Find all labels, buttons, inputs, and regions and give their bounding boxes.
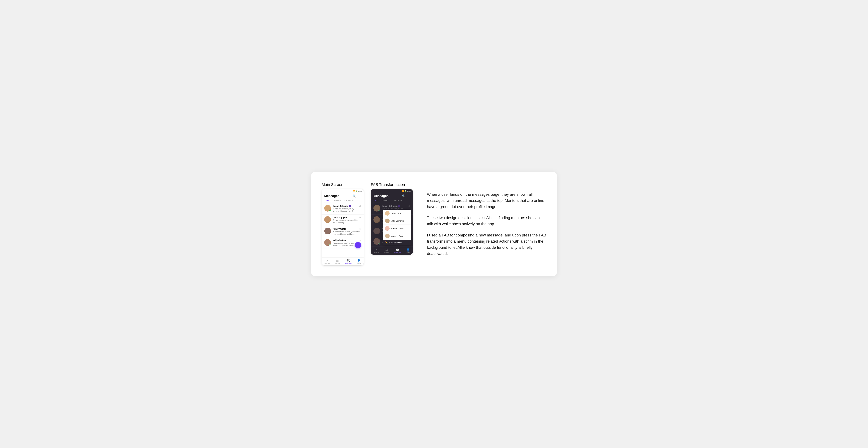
fab-tab-all[interactable]: ALL [373,198,380,203]
compose-icon: ✏️ [385,242,388,244]
fab-mini-name-cassie: Cassie Collins [391,227,404,229]
more-icon[interactable]: ⋮ [358,194,361,198]
fab-explore-icon: ◎ [385,248,388,252]
fab-message-tabs: ALL UNREAD ARCHIVED [371,198,413,203]
nav-label-messages: Messages [345,263,351,264]
messages-icon: 💬 [347,259,350,262]
fab-screen-label: FAB Transformation [371,182,413,187]
nav-profile[interactable]: 👤 Profile [357,259,361,264]
fab-menu-item-cassie[interactable]: Cassie Collins [383,225,411,232]
fab-mini-avatar-cassie [385,226,390,231]
message-item-ashley[interactable]: Ashley Watts 1d Hi. I found that I'm fal… [322,226,364,237]
matches-icon: ✓ [326,259,328,262]
fab-avatar-wrap-laura [373,216,380,223]
fab-msg-name-susan: Susan Johnson i [382,205,400,207]
fab-avatar-wrap-susan [373,205,380,212]
fab-msg-time-susan: 2h [408,205,410,207]
tab-all[interactable]: ALL [324,198,331,203]
fab-mini-name-taylor: Taylor Smith [391,212,402,214]
description-para1: When a user lands on the messages page, … [427,191,546,210]
fab-compose-item[interactable]: ✏️ Compose new [383,240,411,246]
fab-avatar-ashley [373,228,380,234]
fab-messages-icon: 💬 [396,248,399,252]
nav-label-explore: Explore [335,263,340,264]
fab-screen-phone: 📶 🔋 12:30 Messages 🔍 ⋮ ALL UNREAD ARCHIV… [371,189,413,255]
msg-top-susan: Susan Johnson i 2h [333,205,361,207]
nav-explore[interactable]: ◎ Explore [335,259,340,264]
fab-matches-icon: ✓ [375,248,377,252]
fab-menu-item-taylor[interactable]: Taylor Smith [383,210,411,217]
phone-title: Messages [324,194,339,198]
fab-status-bar: 📶 🔋 12:30 [371,189,413,193]
fab-screen-group: FAB Transformation 📶 🔋 12:30 Messages 🔍 … [371,182,413,266]
msg-preview-susan: Hi Allie. No problem, it's my pleasure. … [333,208,361,213]
msg-time-kelly: 2d [360,239,361,241]
fab-mini-avatar-julie [385,219,390,223]
fab-menu: Taylor Smith Julie Cameron Cassie Collin… [383,210,411,246]
avatar-wrap-laura [324,216,331,223]
fab-search-icon[interactable]: 🔍 [402,194,405,198]
msg-name-susan: Susan Johnson i [333,205,351,207]
fab-avatar-wrap-kelly [373,238,380,245]
message-item-susan[interactable]: Susan Johnson i 2h Hi Allie. No problem,… [322,203,364,215]
fab-nav-label-matches: Matches [374,252,379,254]
verified-icon-susan: i [349,205,351,207]
fab-button[interactable]: + [355,242,361,248]
fab-avatar-laura [373,216,380,223]
message-list: Susan Johnson i 2h Hi Allie. No problem,… [322,203,364,249]
fab-tab-archived[interactable]: ARCHIVED [392,198,405,203]
tab-unread[interactable]: UNREAD [331,198,343,203]
profile-icon: 👤 [357,259,361,262]
nav-label-profile: Profile [357,263,361,264]
status-bar: 📶 🔋 12:30 [322,189,364,193]
fab-profile-icon: 👤 [406,248,410,252]
msg-top-kelly: Kelly Castles 2d [333,239,361,242]
msg-content-susan: Susan Johnson i 2h Hi Allie. No problem,… [333,205,361,213]
screens-section: Main Screen 📶 🔋 12:30 Messages 🔍 ⋮ ALL [322,182,413,266]
status-bar-icons: 📶 🔋 12:30 [353,190,362,192]
message-item-laura[interactable]: Laura Nguyen 5h Do you know when you mig… [322,215,364,226]
avatar-wrap-kelly [324,239,331,246]
avatar-laura [324,216,331,223]
msg-preview-ashley: Hi. I found that I'm falling behind in y… [333,230,361,235]
fab-mini-avatar-jennifer [385,234,390,238]
fab-header-icons: 🔍 ⋮ [402,194,410,198]
msg-preview-laura: Do you know when you might be able to st… [333,219,361,224]
msg-top-laura: Laura Nguyen 5h [333,216,361,219]
nav-matches[interactable]: ✓ Matches [324,259,330,264]
fab-nav-profile[interactable]: 👤 Profile [406,248,410,254]
online-dot-kelly [329,244,331,246]
fab-menu-item-julie[interactable]: Julie Cameron [383,217,411,225]
fab-nav-messages[interactable]: 💬 Messages [394,248,401,254]
avatar-wrap-ashley [324,228,331,234]
msg-time-laura: 5h [360,217,361,218]
msg-name-laura: Laura Nguyen [333,216,347,219]
fab-status-bar-icons: 📶 🔋 12:30 [402,190,411,192]
fab-nav-matches[interactable]: ✓ Matches [374,248,379,254]
fab-nav-explore[interactable]: ◎ Explore [384,248,389,254]
fab-menu-item-jennifer[interactable]: Jennifer Keys [383,232,411,240]
nav-label-matches: Matches [324,263,330,264]
fab-verified-icon-susan: i [398,205,400,207]
main-screen-phone: 📶 🔋 12:30 Messages 🔍 ⋮ ALL UNREAD ARCHIV… [322,189,364,266]
msg-content-ashley: Ashley Watts 1d Hi. I found that I'm fal… [333,228,361,235]
fab-phone-header: Messages 🔍 ⋮ [371,193,413,198]
fab-online-dot-susan [378,210,380,211]
description-para3: I used a FAB for composing a new message… [427,232,546,257]
search-icon[interactable]: 🔍 [353,194,356,198]
fab-nav-label-messages: Messages [394,252,401,254]
msg-name-ashley: Ashley Watts [333,228,346,230]
fab-mini-name-jennifer: Jennifer Keys [391,235,403,237]
fab-more-icon[interactable]: ⋮ [407,194,410,198]
fab-mini-avatar-taylor [385,211,390,216]
msg-content-laura: Laura Nguyen 5h Do you know when you mig… [333,216,361,224]
tab-archived[interactable]: ARCHIVED [343,198,356,203]
message-tabs: ALL UNREAD ARCHIVED [322,198,364,203]
fab-tab-unread[interactable]: UNREAD [380,198,392,203]
avatar-wrap-susan [324,205,331,212]
main-card: Main Screen 📶 🔋 12:30 Messages 🔍 ⋮ ALL [311,172,557,276]
fab-online-dot-kelly [378,243,380,245]
description-para2: These two design decisions assist Allie … [427,215,546,227]
nav-messages[interactable]: 💬 Messages [345,259,351,264]
fab-avatar-wrap-ashley [373,228,380,234]
